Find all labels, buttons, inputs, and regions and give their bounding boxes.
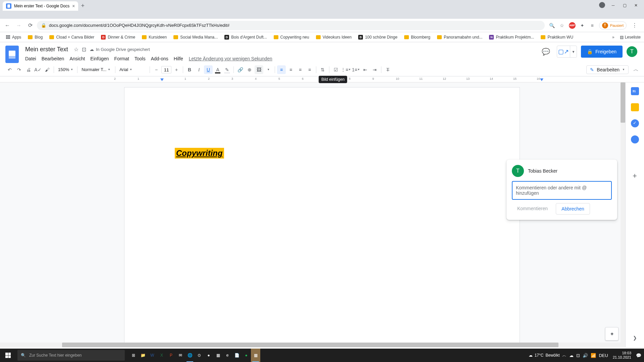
insert-link-button[interactable]: 🔗 bbox=[236, 65, 245, 74]
reading-list-icon[interactable]: ≡ bbox=[589, 22, 596, 29]
notifications-icon[interactable]: 💬 bbox=[636, 353, 641, 358]
forward-button[interactable]: → bbox=[14, 21, 23, 30]
browser-tab[interactable]: Mein erster Text - Google Docs × bbox=[3, 1, 78, 11]
horizontal-scrollbar[interactable] bbox=[0, 343, 621, 347]
comment-submit-button[interactable]: Kommentieren bbox=[512, 203, 553, 215]
last-edit-link[interactable]: Letzte Änderung vor wenigen Sekunden bbox=[186, 55, 275, 63]
insert-image-dropdown[interactable]: ▼ bbox=[264, 65, 273, 74]
extensions-icon[interactable]: ✦ bbox=[579, 22, 586, 29]
bookmark-item[interactable]: B100 schöne Dinge bbox=[356, 34, 400, 41]
menu-tools[interactable]: Tools bbox=[132, 55, 148, 63]
bookmark-item[interactable]: Bloomberg bbox=[401, 34, 433, 41]
wifi-icon[interactable]: 📶 bbox=[591, 353, 596, 358]
zoom-icon[interactable]: 🔍 bbox=[549, 22, 555, 29]
edge-icon[interactable]: e bbox=[223, 349, 232, 362]
chevron-down-icon[interactable]: ▼ bbox=[570, 46, 577, 57]
bookmark-item[interactable]: NPraktikum Projektm... bbox=[486, 34, 537, 41]
calendar-icon[interactable] bbox=[631, 87, 639, 95]
present-button[interactable]: ▢↗ ▼ bbox=[557, 46, 577, 58]
share-button[interactable]: 🔒 Freigeben bbox=[581, 46, 623, 58]
right-indent-marker[interactable] bbox=[540, 78, 543, 81]
bookmark-overflow[interactable]: » bbox=[612, 35, 614, 40]
start-button[interactable] bbox=[0, 349, 16, 362]
menu-format[interactable]: Format bbox=[112, 55, 131, 63]
menu-help[interactable]: Hilfe bbox=[171, 55, 185, 63]
italic-button[interactable]: I bbox=[195, 65, 203, 74]
minimize-button[interactable]: ─ bbox=[608, 2, 618, 9]
underline-button[interactable]: U bbox=[204, 65, 213, 74]
tasks-icon[interactable] bbox=[631, 119, 639, 127]
close-button[interactable]: ✕ bbox=[631, 2, 641, 9]
undo-button[interactable]: ↶ bbox=[5, 65, 14, 74]
spellcheck-button[interactable]: A✓ bbox=[34, 65, 42, 74]
bookmark-item[interactable]: DDinner & Crime bbox=[98, 34, 138, 41]
language-indicator[interactable]: DEU bbox=[599, 353, 608, 358]
bold-button[interactable]: B bbox=[185, 65, 194, 74]
menu-insert[interactable]: Einfügen bbox=[88, 55, 111, 63]
bookmark-item[interactable]: DBois d'Argent Duft... bbox=[222, 34, 269, 41]
vertical-scrollbar[interactable] bbox=[621, 82, 625, 347]
maximize-button[interactable]: ▢ bbox=[620, 2, 629, 9]
profile-indicator[interactable] bbox=[599, 2, 605, 8]
add-addon-button[interactable]: + bbox=[633, 172, 637, 180]
clock[interactable]: 18:03 21.10.2021 bbox=[611, 351, 633, 360]
bookmark-item[interactable]: Videokurs Ideen bbox=[313, 34, 355, 41]
comment-cancel-button[interactable]: Abbrechen bbox=[556, 203, 590, 215]
app-icon[interactable]: ▦ bbox=[213, 349, 223, 362]
align-left-button[interactable]: ≡ bbox=[277, 65, 286, 74]
word-icon[interactable]: W bbox=[148, 349, 157, 362]
menu-addons[interactable]: Add-ons bbox=[149, 55, 171, 63]
increase-font-button[interactable]: + bbox=[172, 65, 181, 74]
decrease-font-button[interactable]: − bbox=[152, 65, 161, 74]
keep-icon[interactable] bbox=[631, 103, 639, 111]
paint-format-button[interactable]: 🖌 bbox=[43, 65, 52, 74]
apps-shortcut[interactable]: Apps bbox=[3, 34, 24, 41]
weather-widget[interactable]: ☁ 17°C Bewölkt bbox=[529, 353, 560, 358]
move-icon[interactable]: ⊡ bbox=[82, 46, 86, 53]
bookmark-item[interactable]: Panoramabahn und... bbox=[434, 34, 485, 41]
style-select[interactable]: Normaler T...▼ bbox=[79, 65, 113, 74]
bookmark-item[interactable]: Copywriting neu bbox=[271, 34, 312, 41]
decrease-indent-button[interactable]: ⇤ bbox=[361, 65, 370, 74]
align-justify-button[interactable]: ≡ bbox=[305, 65, 314, 74]
profile-pause-chip[interactable]: T Pausiert bbox=[599, 21, 627, 29]
account-avatar[interactable]: T bbox=[627, 46, 637, 57]
address-bar[interactable]: 🔒 docs.google.com/document/d/1OOoPQeHD4J… bbox=[37, 21, 545, 30]
taskbar-search[interactable]: 🔍 Zur Suche Text hier eingeben bbox=[17, 350, 125, 361]
powerpoint-icon[interactable]: P bbox=[166, 349, 176, 362]
docs-logo[interactable] bbox=[5, 46, 19, 63]
editing-mode-select[interactable]: ✎ Bearbeiten ▼ bbox=[586, 65, 629, 74]
comment-input[interactable]: Kommentieren oder andere mit @ hinzufüge… bbox=[512, 181, 612, 200]
bookmark-item[interactable]: Blog bbox=[25, 34, 45, 41]
mail-icon[interactable]: ✉ bbox=[176, 349, 185, 362]
left-indent-marker[interactable] bbox=[160, 78, 164, 81]
document-title[interactable]: Mein erster Text bbox=[23, 45, 70, 54]
cloud-status[interactable]: ☁ In Google Drive gespeichert bbox=[90, 47, 150, 52]
volume-icon[interactable]: 🔊 bbox=[583, 353, 588, 358]
explore-button[interactable]: ✦ bbox=[605, 327, 619, 341]
bulleted-list-button[interactable]: ⋮≡▼ bbox=[341, 65, 351, 74]
align-center-button[interactable]: ≡ bbox=[286, 65, 295, 74]
text-color-button[interactable]: A bbox=[213, 65, 222, 74]
comment-history-icon[interactable]: 💬 bbox=[539, 45, 553, 58]
font-size-input[interactable]: 11 bbox=[161, 66, 171, 73]
spotify-icon[interactable]: ● bbox=[241, 349, 251, 362]
bookmark-item[interactable]: Social Media Mana... bbox=[171, 34, 220, 41]
contacts-icon[interactable] bbox=[631, 135, 639, 143]
menu-file[interactable]: Datei bbox=[23, 55, 39, 63]
insert-image-button[interactable]: 🖼 bbox=[255, 65, 263, 74]
close-tab-icon[interactable]: × bbox=[72, 3, 75, 9]
adblock-icon[interactable]: ABP bbox=[569, 22, 576, 29]
display-icon[interactable]: ⊡ bbox=[576, 353, 580, 358]
menu-edit[interactable]: Bearbeiten bbox=[39, 55, 67, 63]
bookmark-item[interactable]: Praktikum WU bbox=[538, 34, 576, 41]
document-page[interactable]: Copywriting bbox=[124, 87, 520, 347]
app-icon[interactable]: ▦ bbox=[251, 349, 260, 362]
app-icon[interactable]: ● bbox=[204, 349, 213, 362]
font-select[interactable]: Arial▼ bbox=[117, 65, 148, 74]
zoom-select[interactable]: 150%▼ bbox=[56, 65, 75, 74]
bookmark-item[interactable]: Cload + Canva Bilder bbox=[47, 34, 97, 41]
align-right-button[interactable]: ≡ bbox=[296, 65, 305, 74]
new-tab-button[interactable]: + bbox=[78, 1, 87, 11]
obs-icon[interactable]: ⊙ bbox=[195, 349, 204, 362]
